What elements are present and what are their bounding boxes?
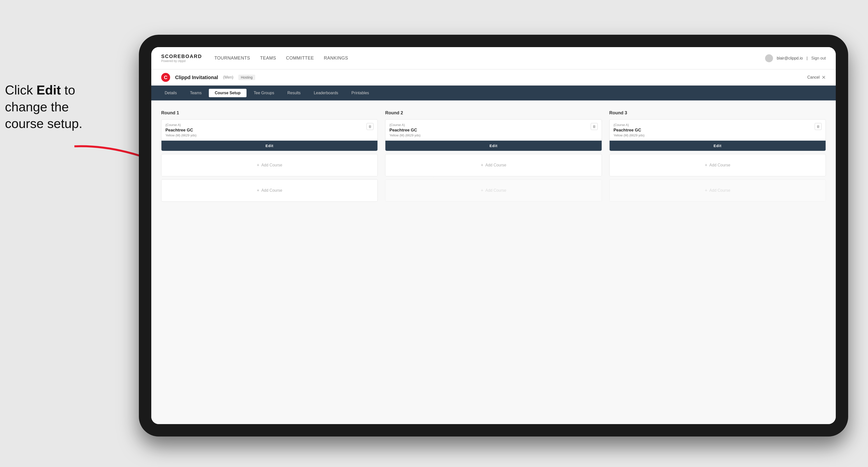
round-1-course-name: Peachtree GC: [165, 128, 196, 133]
round-3-course-card: (Course A) Peachtree GC Yellow (M) (6629…: [609, 119, 826, 151]
tab-details[interactable]: Details: [159, 89, 183, 97]
tab-course-setup[interactable]: Course Setup: [209, 89, 247, 97]
round-2-add-label-2: Add Course: [485, 188, 506, 193]
round-2-course-header: (Course A) Peachtree GC Yellow (M) (6629…: [385, 120, 601, 141]
plus-icon-2: +: [257, 188, 259, 193]
round-2-course-details: Yellow (M) (6629 yds): [390, 133, 421, 137]
round-2-course-name: Peachtree GC: [390, 128, 421, 133]
hosting-badge: Hosting: [238, 75, 255, 80]
tab-tee-groups[interactable]: Tee Groups: [248, 89, 280, 97]
round-3-column: Round 3 (Course A) Peachtree GC Yellow (…: [609, 111, 826, 205]
user-section: blair@clippd.io | Sign out: [765, 54, 826, 62]
round-2-add-course-1[interactable]: + Add Course: [385, 154, 602, 176]
tab-leaderboards[interactable]: Leaderboards: [308, 89, 344, 97]
round-3-add-label-1: Add Course: [709, 163, 731, 167]
round-2-add-label-1: Add Course: [485, 163, 506, 167]
round-3-course-details: Yellow (M) (6629 yds): [614, 133, 645, 137]
tablet-frame: SCOREBOARD Powered by clippd TOURNAMENTS…: [139, 35, 848, 436]
tab-teams[interactable]: Teams: [184, 89, 208, 97]
round-3-title: Round 3: [609, 111, 826, 116]
round-3-add-course-2: + Add Course: [609, 179, 826, 201]
tournament-type: (Men): [223, 75, 234, 80]
round-1-course-card: (Course A) Peachtree GC Yellow (M) (6629…: [161, 119, 378, 151]
rounds-grid: Round 1 (Course A) Peachtree GC Yellow (…: [161, 111, 826, 205]
nav-teams[interactable]: TEAMS: [260, 54, 276, 62]
plus-icon-3: +: [480, 163, 483, 168]
round-1-course-header: (Course A) Peachtree GC Yellow (M) (6629…: [161, 120, 377, 141]
tab-results[interactable]: Results: [281, 89, 307, 97]
nav-links: TOURNAMENTS TEAMS COMMITTEE RANKINGS: [214, 54, 765, 62]
round-3-edit-button[interactable]: Edit: [610, 141, 826, 151]
tournament-name: Clippd Invitational: [175, 75, 218, 80]
round-1-add-label-1: Add Course: [261, 163, 282, 167]
cancel-x-icon: ✕: [822, 74, 826, 80]
round-3-course-label: (Course A): [614, 123, 645, 127]
user-avatar: [765, 54, 773, 62]
main-content: Round 1 (Course A) Peachtree GC Yellow (…: [151, 100, 836, 424]
brand-sub: Powered by clippd: [161, 59, 202, 63]
user-email: blair@clippd.io: [777, 56, 803, 61]
round-3-course-header: (Course A) Peachtree GC Yellow (M) (6629…: [610, 120, 826, 141]
separator: |: [806, 56, 807, 61]
cancel-button[interactable]: Cancel ✕: [807, 74, 826, 80]
round-3-delete-icon[interactable]: 🗑: [815, 123, 822, 130]
plus-icon-6: +: [705, 188, 708, 193]
nav-committee[interactable]: COMMITTEE: [286, 54, 314, 62]
round-1-course-label: (Course A): [165, 123, 196, 127]
round-1-add-course-1[interactable]: + Add Course: [161, 154, 378, 176]
round-2-course-label: (Course A): [390, 123, 421, 127]
top-nav: SCOREBOARD Powered by clippd TOURNAMENTS…: [151, 47, 836, 69]
round-2-column: Round 2 (Course A) Peachtree GC Yellow (…: [385, 111, 602, 205]
instruction-block: Click Edit to change the course setup.: [5, 82, 109, 132]
brand: SCOREBOARD Powered by clippd: [161, 54, 202, 63]
brand-name: SCOREBOARD: [161, 54, 202, 59]
round-3-add-label-2: Add Course: [709, 188, 731, 193]
plus-icon: +: [257, 163, 259, 168]
tab-printables[interactable]: Printables: [345, 89, 375, 97]
round-2-title: Round 2: [385, 111, 602, 116]
plus-icon-4: +: [480, 188, 483, 193]
nav-rankings[interactable]: RANKINGS: [324, 54, 348, 62]
round-1-add-course-2[interactable]: + Add Course: [161, 179, 378, 201]
nav-tournaments[interactable]: TOURNAMENTS: [214, 54, 250, 62]
tablet-screen: SCOREBOARD Powered by clippd TOURNAMENTS…: [151, 47, 836, 424]
round-1-add-label-2: Add Course: [261, 188, 282, 193]
instruction-bold: Edit: [36, 83, 61, 97]
round-1-course-details: Yellow (M) (6629 yds): [165, 133, 196, 137]
tournament-bar: C Clippd Invitational (Men) Hosting Canc…: [151, 69, 836, 86]
round-2-delete-icon[interactable]: 🗑: [591, 123, 598, 130]
tab-bar: Details Teams Course Setup Tee Groups Re…: [151, 86, 836, 100]
plus-icon-5: +: [705, 163, 708, 168]
round-2-course-card: (Course A) Peachtree GC Yellow (M) (6629…: [385, 119, 602, 151]
round-3-add-course-1[interactable]: + Add Course: [609, 154, 826, 176]
round-2-edit-button[interactable]: Edit: [385, 141, 601, 151]
tournament-logo: C: [161, 73, 170, 82]
round-1-column: Round 1 (Course A) Peachtree GC Yellow (…: [161, 111, 378, 205]
round-1-delete-icon[interactable]: 🗑: [367, 123, 373, 130]
round-3-course-name: Peachtree GC: [614, 128, 645, 133]
round-1-edit-button[interactable]: Edit: [161, 141, 377, 151]
round-1-title: Round 1: [161, 111, 378, 116]
sign-out-link[interactable]: Sign out: [811, 56, 826, 61]
round-2-add-course-2: + Add Course: [385, 179, 602, 201]
